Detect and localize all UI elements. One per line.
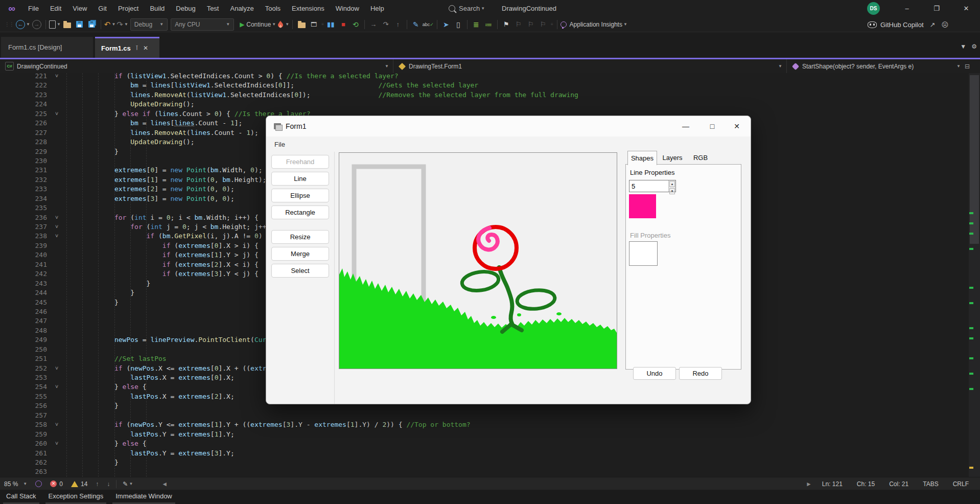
solution-config-dropdown[interactable]: Debug▼	[130, 18, 168, 31]
editor-scrollbar[interactable]	[969, 73, 980, 477]
drawing-canvas[interactable]	[339, 152, 617, 369]
fold-chevron-icon[interactable]: ˅	[47, 213, 66, 222]
fold-chevron-icon[interactable]: ˅	[47, 439, 66, 448]
find-in-files-icon[interactable]	[296, 18, 307, 31]
breadcrumb-member[interactable]: StartShape(object? sender, EventArgs e)▼	[787, 59, 965, 73]
step-out-icon[interactable]: ↑	[392, 18, 404, 31]
minimize-button[interactable]: –	[896, 0, 918, 17]
code-line[interactable]: 223 lines.RemoveAt(listView1.SelectedInd…	[0, 90, 969, 100]
panel-tab-shapes[interactable]: Shapes	[627, 151, 657, 165]
bottom-tab-exception-settings[interactable]: Exception Settings	[42, 492, 110, 500]
code-cleanup-status-icon[interactable]: ✎▼	[119, 477, 137, 490]
feedback-icon[interactable]: ☹	[941, 21, 948, 29]
code-line[interactable]: 224 UpdateDrawing();	[0, 100, 969, 109]
comment-lines-icon[interactable]: ≔	[483, 18, 494, 31]
merge-tool-button[interactable]: Merge	[271, 247, 329, 261]
menu-project[interactable]: Project	[112, 5, 144, 12]
menu-edit[interactable]: Edit	[44, 5, 67, 12]
fold-chevron-icon[interactable]: ˅	[47, 109, 66, 119]
prev-issue-icon[interactable]: ↑	[91, 477, 103, 490]
redo-button-form[interactable]: Redo	[679, 367, 722, 380]
code-line[interactable]: 259 lastPos.Y = extremes[1].Y;	[0, 430, 969, 439]
close-tab-icon[interactable]: ✕	[143, 44, 148, 52]
scrollbar-thumb[interactable]	[970, 75, 979, 244]
warning-count[interactable]: 14	[67, 477, 91, 490]
undo-button[interactable]: ↶▼	[104, 18, 116, 31]
spell-check-icon[interactable]: abc✓	[423, 18, 434, 31]
close-button[interactable]: ✕	[955, 0, 977, 17]
prev-bookmark-icon[interactable]: ⚐	[513, 18, 524, 31]
freehand-tool-button[interactable]: Freehand	[271, 155, 329, 169]
code-line[interactable]: 258˅ if (newPos.Y <= extremes[1].Y + ((e…	[0, 420, 969, 429]
fold-chevron-icon[interactable]: ˅	[47, 222, 66, 232]
tab-form1-cs[interactable]: Form1.cs ⊺ ✕	[95, 37, 159, 58]
fold-chevron-icon[interactable]: ˅	[47, 232, 66, 241]
expand-panel-icon[interactable]: ►	[806, 480, 812, 488]
column-indicator[interactable]: Col: 21	[882, 477, 916, 490]
indent-lines-icon[interactable]: ≣	[471, 18, 482, 31]
error-count[interactable]: ✕0	[46, 477, 67, 490]
bookmark-icon[interactable]: ⚑	[501, 18, 512, 31]
editor-settings-gear-icon[interactable]: ⚙	[971, 43, 977, 50]
platform-dropdown[interactable]: Any CPU▼	[171, 18, 234, 31]
pause-button[interactable]: ▮▮	[325, 18, 337, 31]
code-line[interactable]: 257	[0, 411, 969, 420]
menu-file[interactable]: File	[22, 5, 44, 12]
clear-bookmarks-icon[interactable]: ⚐	[538, 18, 549, 31]
next-issue-icon[interactable]: ↓	[103, 477, 114, 490]
form1-window[interactable]: Form1 — □ ✕ File FreehandLineEllipseRect…	[266, 116, 751, 404]
code-line[interactable]: 221˅ if (listView1.SelectedIndices.Count…	[0, 73, 969, 81]
spinner-down-icon[interactable]: ▼	[669, 188, 675, 194]
code-line[interactable]: 262 }	[0, 458, 969, 467]
application-insights-dropdown[interactable]: Application Insights▼	[561, 18, 627, 31]
save-button[interactable]	[74, 18, 85, 31]
fold-chevron-icon[interactable]: ˅	[47, 382, 66, 392]
code-cleanup-icon[interactable]: ✎	[410, 18, 422, 31]
next-bookmark-icon[interactable]: ⚐	[525, 18, 536, 31]
menu-tools[interactable]: Tools	[260, 5, 286, 12]
zoom-dropdown[interactable]: 85 %▼	[0, 477, 31, 490]
fill-color-swatch[interactable]	[629, 241, 658, 266]
form-close-button[interactable]: ✕	[725, 116, 749, 136]
menu-extensions[interactable]: Extensions	[286, 5, 330, 12]
ellipse-tool-button[interactable]: Ellipse	[271, 189, 329, 202]
menu-build[interactable]: Build	[144, 5, 170, 12]
new-project-button[interactable]: ▼	[49, 18, 61, 31]
stop-button[interactable]: ■	[338, 18, 349, 31]
avatar[interactable]: DS	[867, 2, 880, 15]
restore-button[interactable]: ❐	[925, 0, 948, 17]
panel-tab-rgb[interactable]: RGB	[689, 151, 712, 165]
form-menu-file[interactable]: File	[266, 141, 293, 148]
breadcrumb-type[interactable]: DrawingTest.Form1▼	[393, 59, 787, 73]
code-line[interactable]: 260˅ } else {	[0, 439, 969, 448]
copy-item-icon[interactable]: ▯	[453, 18, 464, 31]
spinner-up-icon[interactable]: ▲	[669, 181, 675, 187]
char-indicator[interactable]: Ch: 15	[850, 477, 882, 490]
health-indicator-icon[interactable]	[31, 477, 46, 490]
share-icon[interactable]: ↗	[930, 21, 936, 29]
rectangle-tool-button[interactable]: Rectangle	[271, 205, 329, 219]
split-editor-icon[interactable]: ⊟	[965, 63, 970, 70]
step-over-icon[interactable]: ↷	[380, 18, 391, 31]
code-line[interactable]: 222 bm = lines[listView1.SelectedIndices…	[0, 81, 969, 90]
restart-button[interactable]: ⟲	[350, 18, 361, 31]
bottom-tab-call-stack[interactable]: Call Stack	[0, 492, 42, 500]
panel-tab-layers[interactable]: Layers	[659, 151, 686, 165]
menu-window[interactable]: Window	[330, 5, 365, 12]
line-color-swatch[interactable]	[629, 194, 656, 218]
line-width-input[interactable]	[629, 180, 668, 192]
menu-help[interactable]: Help	[365, 5, 390, 12]
menu-analyze[interactable]: Analyze	[224, 5, 259, 12]
open-file-button[interactable]	[62, 18, 73, 31]
select-tool-button[interactable]: Select	[271, 264, 329, 278]
eol-indicator[interactable]: CRLF	[946, 477, 976, 490]
code-line[interactable]: 261 lastPos.Y = extremes[3].Y;	[0, 449, 969, 458]
form-maximize-button[interactable]: □	[701, 116, 724, 136]
tab-form1-design[interactable]: Form1.cs [Design]	[1, 37, 93, 58]
pin-icon[interactable]: ⊺	[135, 44, 138, 52]
redo-button[interactable]: ↷▼	[116, 18, 128, 31]
tab-list-chevron-icon[interactable]: ▼	[960, 43, 966, 50]
bottom-tab-immediate-window[interactable]: Immediate Window	[109, 492, 178, 500]
line-tool-button[interactable]: Line	[271, 172, 329, 186]
line-indicator[interactable]: Ln: 121	[815, 477, 850, 490]
